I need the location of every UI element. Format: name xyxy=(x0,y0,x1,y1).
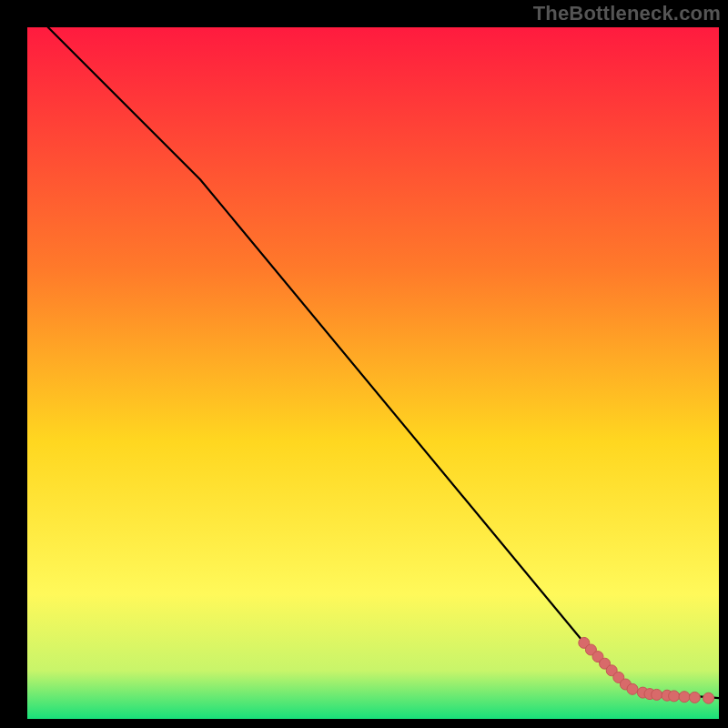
data-marker xyxy=(669,691,680,702)
data-marker xyxy=(652,689,662,700)
gradient-background xyxy=(27,27,719,719)
data-marker xyxy=(679,692,690,703)
watermark-text: TheBottleneck.com xyxy=(0,2,728,25)
chart-svg xyxy=(27,27,719,719)
chart-container: TheBottleneck.com xyxy=(0,0,728,728)
data-marker xyxy=(689,692,700,703)
data-marker xyxy=(703,693,714,703)
data-marker xyxy=(627,683,638,694)
plot-area xyxy=(27,27,719,719)
